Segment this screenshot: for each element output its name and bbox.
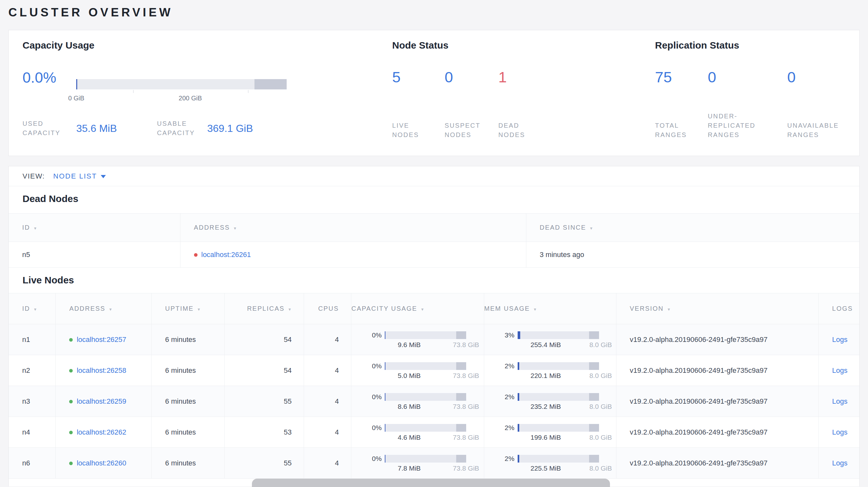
mem-bar-fill bbox=[518, 331, 520, 339]
mem-mini-bar bbox=[518, 455, 599, 462]
chevron-down-icon bbox=[101, 175, 106, 178]
live-nodes-count: 5 bbox=[392, 69, 401, 85]
live-nodes-table-header: ID▼ADDRESS▼UPTIME▼REPLICAS▼CPUSCAPACITY … bbox=[9, 293, 859, 324]
node-address-link[interactable]: localhost:26262 bbox=[76, 428, 126, 436]
node-address-cell: localhost:26258 bbox=[56, 355, 152, 386]
capacity-bar-chart: 0 GiB 200 GiB bbox=[76, 79, 287, 90]
capacity-percent: 0% bbox=[364, 455, 381, 462]
column-header-version[interactable]: VERSION▼ bbox=[616, 293, 818, 324]
mem-used-value: 225.5 MiB bbox=[530, 465, 561, 472]
logs-cell: Logs bbox=[818, 417, 859, 448]
sort-arrow-icon: ▼ bbox=[33, 226, 37, 231]
column-header-cpus: CPUS bbox=[304, 293, 351, 324]
sort-arrow-icon: ▼ bbox=[421, 307, 424, 312]
node-address-link[interactable]: localhost:26260 bbox=[76, 459, 126, 467]
cluster-summary-card: Capacity Usage 0.0% 0 GiB 200 GiB USED C… bbox=[8, 30, 860, 156]
live-status-dot-icon bbox=[69, 462, 73, 465]
capacity-usage-meter: 0% 5.0 MiB 73.8 GiB bbox=[351, 362, 484, 379]
logs-link[interactable]: Logs bbox=[832, 397, 848, 405]
live-nodes-table-body: n1 localhost:26257 6 minutes 54 4 0% 9.6 bbox=[9, 324, 859, 479]
mem-used-value: 220.1 MiB bbox=[530, 372, 561, 379]
mem-usage-meter: 2% 220.1 MiB 8.0 GiB bbox=[484, 362, 616, 379]
version-cell: v19.2.0-alpha.20190606-2491-gfe735c9a97 bbox=[616, 417, 818, 448]
mem-percent: 2% bbox=[497, 424, 515, 432]
capacity-mini-bar bbox=[385, 455, 466, 462]
mem-total-value: 8.0 GiB bbox=[589, 403, 612, 410]
usable-capacity-label: USABLE CAPACITY bbox=[157, 119, 202, 138]
capacity-usage-meter: 0% 9.6 MiB 73.8 GiB bbox=[351, 331, 484, 348]
uptime-cell: 6 minutes bbox=[152, 417, 224, 448]
view-mode-selected: NODE LIST bbox=[53, 172, 97, 181]
mem-bar-fill bbox=[518, 455, 519, 462]
dead-since-cell: 3 minutes ago bbox=[526, 242, 859, 268]
mem-percent: 3% bbox=[497, 331, 515, 339]
mem-percent: 2% bbox=[497, 393, 515, 401]
live-node-row: n2 localhost:26258 6 minutes 54 4 0% 5.0 bbox=[9, 355, 859, 386]
capacity-total-value: 73.8 GiB bbox=[453, 403, 479, 410]
column-header-address[interactable]: ADDRESS▼ bbox=[56, 293, 152, 324]
capacity-used-value: 9.6 MiB bbox=[398, 341, 421, 348]
column-header-mem[interactable]: MEM USAGE▼ bbox=[484, 293, 616, 324]
node-list-card: VIEW: NODE LIST Dead Nodes ID▼ADDRESS▼DE… bbox=[8, 166, 860, 486]
view-bar: VIEW: NODE LIST bbox=[9, 166, 859, 186]
replicas-cell: 53 bbox=[224, 417, 304, 448]
cluster-overview-page: CLUSTER OVERVIEW Capacity Usage 0.0% 0 G… bbox=[0, 0, 868, 486]
column-header-address[interactable]: ADDRESS▼ bbox=[180, 214, 526, 242]
column-label: LOGS bbox=[832, 305, 853, 312]
logs-cell: Logs bbox=[818, 386, 859, 417]
node-address-link[interactable]: localhost:26261 bbox=[202, 251, 251, 259]
node-id: n3 bbox=[22, 397, 30, 405]
capacity-total-value: 73.8 GiB bbox=[453, 434, 479, 441]
mem-usage-cell: 2% 199.6 MiB 8.0 GiB bbox=[484, 417, 616, 448]
capacity-bar-fill bbox=[385, 424, 385, 432]
view-label: VIEW: bbox=[23, 172, 45, 181]
sort-arrow-icon: ▼ bbox=[109, 307, 113, 312]
cpus-cell: 4 bbox=[304, 324, 351, 355]
capacity-usage-title: Capacity Usage bbox=[23, 40, 94, 51]
view-mode-dropdown[interactable]: NODE LIST bbox=[53, 172, 106, 181]
dead-status-dot-icon bbox=[194, 253, 197, 257]
live-node-row: n6 localhost:26260 6 minutes 55 4 0% 7.8 bbox=[9, 448, 859, 479]
column-header-id[interactable]: ID▼ bbox=[9, 214, 180, 242]
under-replicated-ranges-count: 0 bbox=[708, 69, 716, 85]
live-status-dot-icon bbox=[69, 338, 73, 342]
column-header-uptime[interactable]: UPTIME▼ bbox=[152, 293, 224, 324]
logs-link[interactable]: Logs bbox=[832, 459, 848, 467]
logs-link[interactable]: Logs bbox=[832, 366, 848, 375]
column-header-id[interactable]: ID▼ bbox=[9, 293, 56, 324]
capacity-usage-cell: 0% 9.6 MiB 73.8 GiB bbox=[351, 324, 484, 355]
logs-cell: Logs bbox=[818, 355, 859, 386]
live-status-dot-icon bbox=[69, 431, 73, 434]
capacity-bar-fill bbox=[385, 362, 385, 370]
node-address-link[interactable]: localhost:26259 bbox=[76, 397, 126, 405]
capacity-total-value: 73.8 GiB bbox=[453, 341, 479, 348]
node-address-cell: localhost:26262 bbox=[56, 417, 152, 448]
column-header-replicas[interactable]: REPLICAS▼ bbox=[224, 293, 304, 324]
capacity-percent: 0% bbox=[364, 424, 381, 432]
capacity-bar-endcap bbox=[456, 362, 466, 370]
live-nodes-title: Live Nodes bbox=[23, 275, 859, 286]
capacity-usage-meter: 0% 7.8 MiB 73.8 GiB bbox=[351, 455, 484, 472]
node-id-cell: n6 bbox=[9, 448, 56, 479]
cpus-cell: 4 bbox=[304, 386, 351, 417]
node-id: n5 bbox=[22, 251, 30, 259]
sort-arrow-icon: ▼ bbox=[33, 307, 37, 312]
node-address-link[interactable]: localhost:26258 bbox=[76, 366, 126, 375]
replicas-cell: 54 bbox=[224, 324, 304, 355]
logs-link[interactable]: Logs bbox=[832, 335, 848, 344]
capacity-usage-cell: 0% 7.8 MiB 73.8 GiB bbox=[351, 448, 484, 479]
logs-link[interactable]: Logs bbox=[832, 428, 848, 436]
mem-total-value: 8.0 GiB bbox=[589, 372, 612, 379]
node-address-link[interactable]: localhost:26257 bbox=[76, 335, 126, 344]
column-header-dead_since[interactable]: DEAD SINCE▼ bbox=[526, 214, 859, 242]
version-cell: v19.2.0-alpha.20190606-2491-gfe735c9a97 bbox=[616, 324, 818, 355]
cpus-cell: 4 bbox=[304, 417, 351, 448]
mem-used-value: 235.2 MiB bbox=[530, 403, 561, 410]
mem-total-value: 8.0 GiB bbox=[589, 465, 612, 472]
horizontal-scrollbar-thumb[interactable] bbox=[252, 479, 610, 487]
column-header-capacity[interactable]: CAPACITY USAGE▼ bbox=[351, 293, 484, 324]
unavailable-ranges-count: 0 bbox=[787, 69, 796, 85]
capacity-bar-fill bbox=[385, 455, 385, 462]
capacity-bar-fill bbox=[385, 393, 385, 401]
mem-mini-bar bbox=[518, 362, 599, 370]
